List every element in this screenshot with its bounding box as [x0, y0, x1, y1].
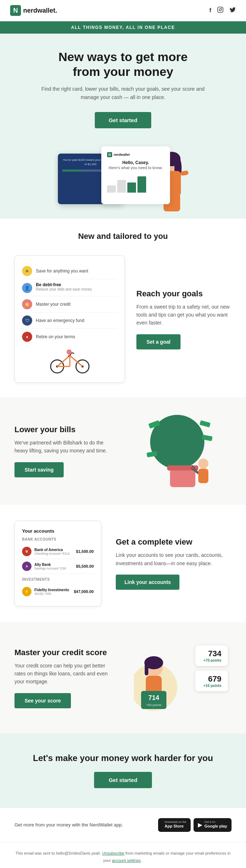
goals-description: From a sweet trip to a safety net, our n… [136, 303, 232, 327]
tailored-heading: New and tailored to you [9, 232, 237, 241]
goal-label-3: Master your credit [36, 302, 71, 307]
account-settings-link[interactable]: account settings [112, 858, 141, 863]
credit-heading: Master your credit score [14, 648, 116, 657]
fidelity-sub: 401(k) *256 [34, 592, 71, 596]
legal-text-3: . [142, 858, 143, 863]
instagram-link[interactable] [217, 7, 224, 15]
nw-card-logo: N nerdwallet [107, 152, 164, 157]
bills-cta-button[interactable]: Start saving [14, 462, 64, 477]
score-mid-value: 679 [202, 674, 221, 684]
accounts-description: Link your accounts to see your cards, ac… [116, 551, 232, 567]
cta-bottom-button[interactable]: Get started [94, 772, 152, 788]
boa-amount: $1,500.00 [76, 549, 94, 554]
app-badges: Download on the App Store ▶ Get it on Go… [158, 818, 232, 832]
svg-rect-26 [200, 420, 211, 427]
bike-svg [48, 348, 92, 374]
bills-text: Lower your bills We've partnered with Bi… [14, 425, 116, 477]
investments-section-label: Investments [22, 577, 94, 581]
app-store-button[interactable]: Download on the App Store [158, 818, 191, 832]
bank-section-label: Bank accounts [22, 537, 94, 541]
site-header: N nerdwallet. f [0, 0, 246, 21]
bills-description: We've partnered with Billshark to do the… [14, 439, 116, 455]
brand-name: nerdwallet. [23, 7, 57, 14]
goals-card: ☀ Save for anything you want 👤 Be debt-f… [14, 255, 125, 383]
fidelity-name: Fidelity Investments [34, 588, 71, 592]
instagram-icon [217, 7, 224, 13]
tailored-title: New and tailored to you [0, 219, 246, 248]
svg-point-22 [67, 349, 72, 354]
credit-cta-button[interactable]: See your score [14, 693, 71, 708]
twitter-link[interactable] [229, 7, 236, 15]
svg-point-2 [222, 8, 222, 8]
ally-info: Ally Bank Savings Account *230 [34, 563, 73, 570]
score-mid-change: +16 points [202, 684, 221, 688]
nw-logo-icon: N [10, 5, 21, 16]
boa-icon: B [22, 547, 31, 556]
progress-bar-fill [62, 169, 82, 172]
google-play-sub: Get it on [204, 821, 227, 824]
score-high-value: 734 [202, 649, 221, 658]
goal-label-4: Have an emergency fund [36, 318, 84, 323]
app-store-sub: Download on the [165, 821, 186, 824]
hero-white-card: N nerdwallet Hello, Casey. Here's what y… [101, 146, 170, 204]
bills-heading: Lower your bills [14, 425, 116, 434]
svg-text:714: 714 [148, 694, 159, 701]
svg-text:+50 points: +50 points [146, 703, 161, 707]
google-play-name: Google play [204, 824, 227, 829]
goal-item-5: ♦ Retire on your terms [22, 329, 117, 345]
boa-name: Bank of America [34, 548, 73, 552]
accounts-section: Your accounts Bank accounts B Bank of Am… [0, 505, 246, 622]
fidelity-icon: F [22, 587, 31, 596]
svg-rect-38 [145, 663, 148, 675]
cta-bottom-heading: Let's make your money work harder for yo… [14, 753, 232, 763]
bills-visual [130, 413, 232, 489]
account-fidelity-row: F Fidelity Investments 401(k) *256 $47,0… [22, 584, 94, 599]
fidelity-amount: $47,000.00 [74, 589, 94, 594]
cta-bottom-section: Let's make your money work harder for yo… [0, 734, 246, 808]
goals-text: Reach your goals From a sweet trip to a … [136, 289, 232, 349]
svg-point-1 [219, 9, 221, 11]
hero-description: Find the right card, lower your bills, r… [40, 85, 206, 102]
account-boa-row: B Bank of America Checking Account *5312… [22, 544, 94, 559]
ally-icon: A [22, 562, 31, 571]
goals-cta-button[interactable]: Set a goal [136, 334, 181, 349]
svg-line-20 [72, 353, 74, 353]
goal-item-2: 👤 Be debt-free Reduce your debt and save… [22, 279, 117, 296]
accounts-card: Your accounts Bank accounts B Bank of Am… [14, 521, 101, 606]
boa-info: Bank of America Checking Account *5312 [34, 548, 73, 555]
hero-chart [107, 175, 164, 193]
accounts-cta-button[interactable]: Link your accounts [116, 575, 179, 590]
credit-person-bg: 714 +50 points [134, 648, 177, 714]
goal-label-2b: Reduce your debt and save money [36, 287, 92, 291]
svg-line-23 [69, 354, 70, 356]
app-text: Get more from your money with the NerdWa… [14, 821, 151, 829]
goal-label-1: Save for anything you want [36, 268, 88, 274]
ally-name: Ally Bank [34, 563, 73, 567]
goal-item-4: 🛡 Have an emergency fund [22, 313, 117, 329]
google-play-text: Get it on Google play [204, 821, 227, 829]
credit-person-svg: 714 +50 points [134, 648, 177, 713]
score-card-mid: 679 +16 points [195, 671, 228, 691]
facebook-link[interactable]: f [209, 7, 211, 14]
goals-heading: Reach your goals [136, 289, 232, 298]
logo: N nerdwallet. [10, 5, 57, 16]
hero-heading: New ways to get more from your money [22, 50, 224, 79]
promo-banner: ALL THINGS MONEY, ALL IN ONE PLACE [0, 21, 246, 34]
ally-sub: Savings Account *230 [34, 567, 73, 570]
goal-label-2a: Be debt-free [36, 282, 92, 287]
legal-text-1: This email was sent to hello@SmilesDavis… [16, 851, 101, 855]
hero-greeting: Hello, Casey. [107, 160, 164, 165]
accounts-text: Get a complete view Link your accounts t… [116, 537, 232, 590]
account-ally-row: A Ally Bank Savings Account *230 $5,500.… [22, 559, 94, 574]
unsubscribe-link[interactable]: Unsubscribe [102, 851, 124, 855]
hero-illustration: You've paid $183 toward your monthly goa… [22, 139, 224, 219]
google-play-button[interactable]: ▶ Get it on Google play [194, 818, 232, 832]
hero-cta-button[interactable]: Get started [95, 112, 151, 128]
hero-heading-line1: New ways to get more [58, 50, 187, 64]
credit-text: Master your credit score Your credit sco… [14, 648, 116, 708]
score-card-high: 734 +70 points [195, 645, 228, 666]
credit-section: Master your credit score Your credit sco… [0, 622, 246, 734]
svg-rect-0 [218, 7, 223, 12]
banner-text: ALL THINGS MONEY, ALL IN ONE PLACE [71, 25, 175, 30]
hero-heading-line2: from your money [73, 65, 173, 78]
